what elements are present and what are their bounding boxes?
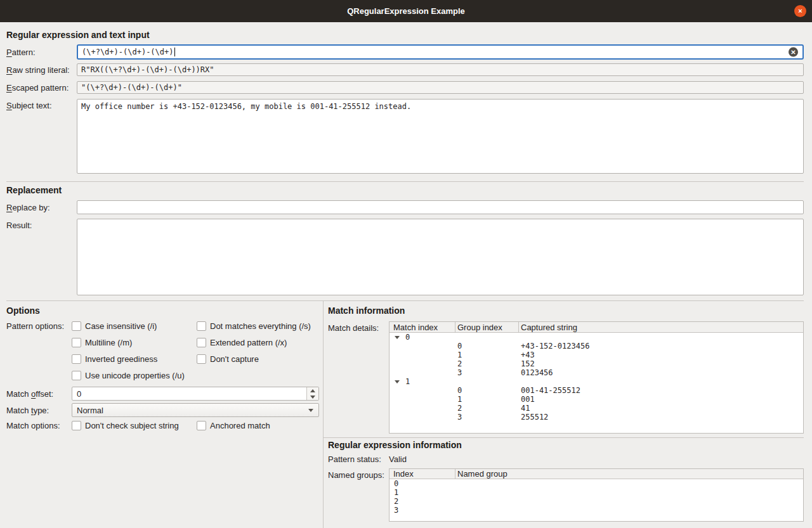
result-label: Result:	[6, 219, 77, 230]
group-index: 2	[455, 359, 519, 368]
spin-down-button[interactable]	[307, 394, 318, 400]
captured-string: +43-152-0123456	[519, 342, 803, 351]
tree-row-group[interactable]: 1+43	[390, 351, 803, 359]
column-header-match-index[interactable]: Match index	[390, 322, 455, 332]
raw-string-row: Raw string literal: R"RX((\+?\d+)-(\d+)-…	[6, 63, 804, 76]
checkbox-box[interactable]	[197, 338, 206, 347]
checkbox-don-t-check-subject-string[interactable]: Don't check subject string	[72, 421, 197, 430]
result-area[interactable]	[77, 219, 804, 295]
checkbox-box[interactable]	[72, 354, 81, 364]
tree-cell	[455, 333, 519, 342]
checkbox-label: Dot matches everything (/s)	[210, 321, 311, 331]
checkbox-box[interactable]	[197, 354, 206, 364]
expand-arrow-icon[interactable]	[395, 336, 400, 339]
tree-cell	[390, 386, 455, 395]
group-index: 0	[455, 386, 519, 395]
tree-cell	[390, 404, 455, 413]
group-index: 1	[455, 395, 519, 404]
tree-cell: 0	[390, 333, 455, 342]
table-row[interactable]: 1	[390, 488, 803, 497]
checkbox-case-insensitive-i[interactable]: Case insensitive (/i)	[72, 321, 197, 331]
table-row[interactable]: 3	[390, 506, 803, 515]
checkbox-inverted-greediness[interactable]: Inverted greediness	[72, 354, 197, 364]
checkbox-don-t-capture[interactable]: Don't capture	[197, 354, 323, 364]
replace-by-input[interactable]	[77, 200, 804, 214]
match-type-row: Match type: Normal	[6, 403, 323, 417]
match-details-label: Match details:	[328, 321, 389, 333]
tree-row-group[interactable]: 0+43-152-0123456	[390, 342, 803, 351]
pattern-status-row: Pattern status: Valid	[328, 454, 804, 464]
tree-row-group[interactable]: 2152	[390, 359, 803, 368]
table-row[interactable]: 0	[390, 479, 803, 488]
checkbox-box[interactable]	[197, 421, 206, 430]
titlebar[interactable]: QRegularExpression Example ×	[0, 0, 812, 22]
table-row[interactable]: 2	[390, 497, 803, 506]
tree-cell	[390, 342, 455, 351]
named-group-index: 1	[390, 488, 455, 497]
named-groups-table[interactable]: Index Named group 0123	[389, 468, 804, 522]
tree-row-match[interactable]: 1	[390, 377, 803, 386]
named-group-index: 3	[390, 506, 455, 515]
column-header-named-group[interactable]: Named group	[455, 469, 803, 479]
checkbox-extended-pattern-x[interactable]: Extended pattern (/x)	[197, 338, 323, 347]
named-group-name	[455, 497, 803, 506]
pattern-input[interactable]: (\+?\d+)-(\d+)-(\d+) ✕	[77, 44, 804, 60]
pattern-status-value: Valid	[389, 454, 804, 464]
match-type-combobox[interactable]: Normal	[72, 403, 319, 417]
column-header-captured-string[interactable]: Captured string	[519, 322, 803, 332]
tree-row-match[interactable]: 0	[390, 333, 803, 342]
tree-cell	[455, 377, 519, 386]
captured-string: 41	[519, 404, 803, 413]
tree-cell	[390, 368, 455, 377]
replace-by-row: Replace by:	[6, 200, 804, 214]
clear-icon[interactable]: ✕	[789, 48, 798, 57]
tree-row-group[interactable]: 1001	[390, 395, 803, 404]
checkbox-label: Don't capture	[210, 354, 259, 364]
tree-cell	[390, 413, 455, 422]
column-header-group-index[interactable]: Group index	[455, 322, 519, 332]
checkbox-anchored-match[interactable]: Anchored match	[197, 421, 323, 430]
subject-text-label: Subject text:	[6, 99, 77, 110]
tree-row-group[interactable]: 0001-41-255512	[390, 386, 803, 395]
tree-row-group[interactable]: 30123456	[390, 368, 803, 377]
named-groups-label: Named groups:	[328, 468, 389, 480]
spin-buttons	[306, 387, 318, 400]
match-offset-spinbox[interactable]: 0	[72, 387, 319, 401]
tree-row-group[interactable]: 241	[390, 404, 803, 413]
match-details-tree[interactable]: Match index Group index Captured string …	[389, 321, 804, 434]
pattern-status-label: Pattern status:	[328, 454, 389, 464]
column-header-index[interactable]: Index	[390, 469, 455, 479]
checkbox-box[interactable]	[72, 421, 81, 430]
tree-row-group[interactable]: 3255512	[390, 413, 803, 422]
captured-string: 255512	[519, 413, 803, 422]
match-options-label: Match options:	[6, 421, 72, 430]
tree-cell	[519, 333, 803, 342]
group-index: 3	[455, 368, 519, 377]
tree-cell	[390, 351, 455, 359]
checkbox-use-unicode-properties-u[interactable]: Use unicode properties (/u)	[72, 371, 197, 380]
checkbox-multiline-m[interactable]: Multiline (/m)	[72, 338, 197, 347]
tree-cell	[390, 359, 455, 368]
window-title: QRegularExpression Example	[347, 6, 465, 16]
section-title-options: Options	[6, 306, 323, 316]
match-offset-label: Match offset:	[6, 389, 72, 399]
replace-by-label: Replace by:	[6, 203, 77, 212]
captured-string: 152	[519, 359, 803, 368]
escaped-pattern-field[interactable]: "(\+?\d+)-(\d+)-(\d+)"	[77, 81, 804, 94]
tree-cell: 1	[390, 377, 455, 386]
captured-string: +43	[519, 351, 803, 359]
match-type-label: Match type:	[6, 406, 72, 415]
raw-string-field[interactable]: R"RX((\+?\d+)-(\d+)-(\d+))RX"	[77, 63, 804, 76]
checkbox-box[interactable]	[197, 321, 206, 331]
tree-header: Match index Group index Captured string	[390, 322, 803, 333]
spin-up-button[interactable]	[307, 387, 318, 394]
checkbox-dot-matches-everything-s[interactable]: Dot matches everything (/s)	[197, 321, 323, 331]
main-content: Regular expression and text input Patter…	[0, 30, 812, 528]
checkbox-box[interactable]	[72, 321, 81, 331]
subject-text-area[interactable]: My office number is +43-152-0123456, my …	[77, 99, 804, 174]
checkbox-box[interactable]	[72, 338, 81, 347]
expand-arrow-icon[interactable]	[395, 380, 400, 383]
checkbox-box[interactable]	[72, 371, 81, 380]
named-group-name	[455, 488, 803, 497]
close-button[interactable]: ×	[794, 5, 806, 17]
